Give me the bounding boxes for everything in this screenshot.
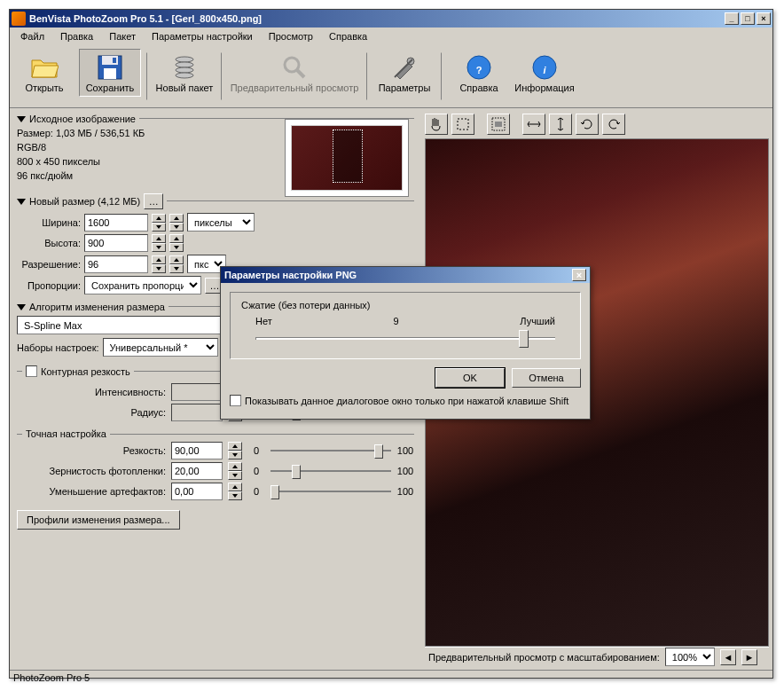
- contour-checkbox[interactable]: Контурная резкость: [26, 365, 130, 377]
- artifact-spinner[interactable]: [228, 483, 242, 500]
- svg-point-5: [176, 62, 193, 67]
- zoom-prev-button[interactable]: ◄: [720, 649, 736, 665]
- window-title: BenVista PhotoZoom Pro 5.1 - [Gerl_800x4…: [29, 13, 725, 24]
- height-label: Высота:: [17, 238, 81, 248]
- dialog-close-button[interactable]: ×: [572, 269, 586, 281]
- new-batch-button[interactable]: Новый пакет: [153, 49, 216, 97]
- fine-tune-label: Точная настройка: [26, 428, 106, 439]
- help-button[interactable]: ? Справка: [448, 49, 510, 97]
- svg-point-6: [176, 67, 193, 73]
- sharpness-slider[interactable]: [270, 442, 391, 459]
- width-input[interactable]: [84, 214, 148, 232]
- proportions-label: Пропорции:: [17, 280, 81, 291]
- separator: [441, 52, 443, 100]
- radius-label: Радиус:: [17, 407, 166, 418]
- compression-legend: Сжатие (без потери данных): [238, 300, 374, 310]
- params-button[interactable]: Параметры: [373, 49, 435, 97]
- folder-open-icon: [30, 53, 59, 82]
- zoom-label: Предварительный просмотр с масштабирован…: [428, 652, 660, 663]
- height-spinner2[interactable]: [169, 234, 184, 252]
- flip-h-button[interactable]: [522, 114, 545, 135]
- height-input[interactable]: [84, 234, 148, 252]
- artifact-slider[interactable]: [270, 483, 391, 500]
- menu-settings[interactable]: Параметры настройки: [145, 29, 260, 43]
- radius-input: [171, 404, 223, 421]
- png-settings-dialog: Параметры настройки PNG × Сжатие (без по…: [220, 266, 591, 420]
- intensity-label: Интенсивность:: [17, 387, 166, 397]
- menu-file[interactable]: Файл: [13, 29, 51, 43]
- batch-icon: [170, 53, 199, 82]
- grain-spinner[interactable]: [228, 462, 242, 480]
- rotate-ccw-button[interactable]: [576, 114, 599, 135]
- save-button[interactable]: Сохранить: [79, 49, 141, 97]
- collapse-icon: [17, 116, 26, 122]
- zoom-select[interactable]: 100%: [665, 648, 715, 666]
- res-spinner2[interactable]: [169, 255, 184, 273]
- info-icon: i: [530, 53, 559, 82]
- grain-slider[interactable]: [270, 462, 391, 480]
- toolbar: Открыть Сохранить Новый пакет Предварите…: [10, 45, 772, 108]
- info-button[interactable]: i Информация: [514, 49, 576, 97]
- ok-button[interactable]: OK: [435, 368, 505, 388]
- compression-value: 9: [393, 316, 398, 326]
- resolution-input[interactable]: [84, 255, 148, 273]
- cancel-button[interactable]: Отмена: [512, 368, 581, 388]
- compression-slider[interactable]: [255, 330, 555, 351]
- width-spinner2[interactable]: [169, 214, 184, 232]
- res-spinner[interactable]: [152, 255, 166, 273]
- open-button[interactable]: Открыть: [13, 49, 75, 97]
- zoom-next-button[interactable]: ►: [741, 649, 757, 665]
- view-toolbar: [425, 112, 769, 137]
- width-label: Ширина:: [17, 217, 81, 228]
- width-spinner[interactable]: [152, 214, 166, 232]
- svg-rect-15: [458, 119, 468, 130]
- pan-tool-button[interactable]: [425, 114, 448, 135]
- compression-max: Лучший: [520, 316, 555, 326]
- grain-label: Зернистость фотопленки:: [17, 466, 166, 476]
- fit-button[interactable]: [487, 114, 510, 135]
- menu-edit[interactable]: Правка: [53, 29, 100, 43]
- sharpness-input[interactable]: [171, 442, 223, 459]
- help-icon: ?: [465, 53, 493, 82]
- grain-input[interactable]: [171, 462, 223, 480]
- separator: [146, 52, 148, 100]
- show-shift-checkbox[interactable]: Показывать данное диалоговое окно только…: [230, 395, 581, 406]
- sharpness-spinner[interactable]: [228, 442, 242, 459]
- artifact-label: Уменьшение артефактов:: [17, 486, 166, 497]
- preset-select[interactable]: Универсальный *: [103, 338, 218, 357]
- menu-view[interactable]: Просмотр: [262, 29, 320, 43]
- artifact-input[interactable]: [171, 483, 223, 500]
- dialog-titlebar[interactable]: Параметры настройки PNG ×: [221, 267, 590, 283]
- titlebar[interactable]: BenVista PhotoZoom Pro 5.1 - [Gerl_800x4…: [10, 10, 772, 27]
- menubar: Файл Правка Пакет Параметры настройки Пр…: [10, 27, 772, 45]
- thumbnail[interactable]: [285, 119, 409, 197]
- newsize-more-button[interactable]: …: [144, 193, 163, 209]
- profiles-button[interactable]: Профили изменения размера...: [17, 510, 180, 530]
- flip-v-button[interactable]: [549, 114, 572, 135]
- rotate-cw-button[interactable]: [602, 114, 625, 135]
- height-spinner[interactable]: [152, 234, 166, 252]
- menu-batch[interactable]: Пакет: [102, 29, 143, 43]
- separator: [221, 52, 223, 100]
- svg-rect-2: [104, 68, 116, 79]
- tools-icon: [390, 53, 419, 82]
- svg-rect-17: [495, 122, 502, 127]
- svg-text:?: ?: [476, 65, 482, 75]
- unit-select[interactable]: пикселы: [187, 213, 255, 232]
- collapse-icon: [17, 199, 26, 205]
- separator: [366, 52, 368, 100]
- menu-help[interactable]: Справка: [322, 29, 374, 43]
- close-button[interactable]: ×: [757, 12, 771, 25]
- svg-point-8: [285, 58, 299, 72]
- resolution-label: Разрешение:: [17, 259, 81, 270]
- compression-min: Нет: [255, 316, 272, 326]
- maximize-button[interactable]: □: [741, 12, 755, 25]
- preview-button[interactable]: Предварительный просмотр: [228, 49, 361, 97]
- proportions-select[interactable]: Сохранить пропорции: [84, 276, 201, 294]
- select-tool-button[interactable]: [451, 114, 474, 135]
- intensity-input: [171, 383, 223, 401]
- minimize-button[interactable]: _: [725, 12, 739, 25]
- presets-label: Наборы настроек:: [17, 342, 99, 353]
- thumbnail-selection[interactable]: [333, 130, 363, 183]
- collapse-icon: [17, 304, 26, 310]
